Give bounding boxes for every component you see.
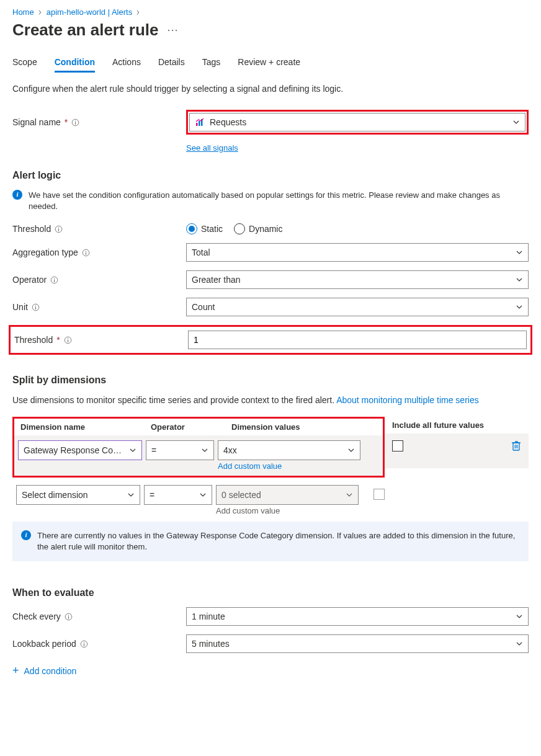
check-every-value: 1 minute [192, 611, 516, 621]
check-every-label: Check every [12, 611, 61, 621]
operator-label: Operator [12, 275, 47, 285]
dimension-operator-select[interactable]: = [146, 440, 214, 460]
dimensions-learn-more-link[interactable]: About monitoring multiple time series [336, 395, 479, 405]
signal-name-value: Requests [210, 117, 507, 127]
unit-label: Unit [12, 302, 28, 312]
dimension-operator-value: = [150, 490, 154, 500]
aggregation-type-value: Total [192, 247, 516, 257]
svg-point-10 [86, 251, 86, 251]
tab-details[interactable]: Details [158, 57, 185, 73]
signal-name-select[interactable]: Requests [189, 113, 525, 131]
threshold-static-radio[interactable]: Static [186, 223, 223, 234]
info-icon[interactable] [71, 118, 79, 127]
chevron-down-icon [127, 491, 135, 499]
dimension-operator-value: = [151, 445, 156, 455]
aggregation-type-label: Aggregation type [12, 247, 78, 257]
tab-scope[interactable]: Scope [12, 57, 37, 73]
aggregation-type-select[interactable]: Total [186, 243, 529, 262]
svg-rect-27 [68, 616, 69, 619]
threshold-static-label: Static [201, 224, 223, 234]
info-icon[interactable] [55, 225, 63, 233]
operator-select[interactable]: Greater than [186, 270, 529, 289]
tab-review-create[interactable]: Review + create [238, 57, 300, 73]
chevron-right-icon [38, 7, 43, 17]
svg-rect-11 [86, 252, 86, 255]
more-actions-button[interactable]: ··· [168, 24, 179, 37]
info-icon[interactable] [32, 303, 40, 311]
chevron-right-icon [136, 7, 141, 17]
svg-rect-4 [199, 121, 200, 126]
threshold-value-label: Threshold [14, 335, 53, 345]
unit-value: Count [192, 302, 516, 312]
col-include-future: Include all future values [385, 417, 529, 434]
tab-condition[interactable]: Condition [55, 57, 95, 73]
check-every-select[interactable]: 1 minute [186, 607, 529, 626]
unit-select[interactable]: Count [186, 298, 529, 316]
include-future-checkbox[interactable] [373, 489, 385, 500]
add-custom-value-link[interactable]: Add custom value [218, 461, 360, 471]
info-icon[interactable] [80, 640, 88, 648]
tabs: Scope Condition Actions Details Tags Rev… [12, 57, 529, 73]
include-future-checkbox[interactable] [392, 440, 403, 451]
required-marker: * [65, 117, 68, 127]
dimension-name-select[interactable]: Gateway Response Co… [18, 440, 142, 460]
dimension-name-value: Gateway Response Co… [24, 445, 122, 455]
dimension-values-placeholder: 0 selected [221, 490, 261, 500]
threshold-value-input[interactable] [188, 331, 527, 349]
tab-actions[interactable]: Actions [112, 57, 141, 73]
alert-logic-heading: Alert logic [12, 170, 529, 181]
threshold-dynamic-radio[interactable]: Dynamic [234, 223, 282, 234]
dimension-values-select[interactable]: 4xx [218, 440, 360, 460]
intro-text: Configure when the alert rule should tri… [12, 84, 529, 94]
chevron-down-icon [516, 276, 523, 283]
svg-point-13 [54, 278, 55, 278]
chevron-down-icon [199, 491, 207, 499]
lookback-period-select[interactable]: 5 minutes [186, 634, 529, 653]
info-icon[interactable] [64, 336, 72, 344]
threshold-dynamic-label: Dynamic [249, 224, 282, 234]
svg-rect-30 [84, 644, 84, 646]
chevron-down-icon [516, 640, 523, 647]
dimension-values-select[interactable]: 0 selected [216, 485, 359, 505]
add-condition-label: Add condition [24, 666, 77, 676]
page-title: Create an alert rule [12, 20, 159, 40]
add-condition-button[interactable]: + Add condition [12, 664, 529, 677]
chevron-down-icon [347, 447, 355, 454]
chevron-down-icon [346, 491, 353, 499]
delete-icon[interactable] [511, 440, 521, 451]
see-all-signals-link[interactable]: See all signals [186, 143, 238, 153]
lookback-period-value: 5 minutes [192, 639, 516, 649]
breadcrumb: Home apim-hello-world | Alerts [12, 7, 529, 17]
chevron-down-icon [129, 447, 136, 454]
col-dimension-values: Dimension values [231, 422, 377, 432]
threshold-type-label: Threshold [12, 224, 51, 234]
info-icon[interactable] [50, 276, 58, 284]
info-icon: i [12, 190, 22, 200]
breadcrumb-home[interactable]: Home [12, 7, 34, 17]
add-custom-value-link[interactable]: Add custom value [216, 506, 359, 515]
chevron-down-icon [516, 303, 523, 311]
svg-point-19 [68, 338, 68, 339]
breadcrumb-item[interactable]: apim-hello-world | Alerts [47, 7, 132, 17]
signal-name-label: Signal name [12, 117, 61, 127]
operator-value: Greater than [192, 275, 516, 285]
alert-logic-banner-text: We have set the condition configuration … [29, 190, 529, 212]
required-marker: * [56, 335, 60, 345]
info-icon: i [21, 530, 31, 540]
lookback-period-label: Lookback period [12, 639, 76, 649]
plus-icon: + [12, 664, 19, 677]
svg-rect-2 [75, 122, 76, 124]
dimension-name-select[interactable]: Select dimension [16, 485, 140, 505]
dimension-info-banner-text: There are currently no values in the Gat… [37, 530, 520, 553]
chevron-down-icon [516, 249, 523, 256]
dimension-operator-select[interactable]: = [144, 485, 212, 505]
svg-point-26 [68, 615, 69, 615]
info-icon[interactable] [82, 249, 90, 257]
svg-point-7 [58, 227, 59, 228]
col-operator: Operator [151, 422, 231, 432]
dimension-values-value: 4xx [223, 445, 237, 455]
chart-icon [195, 117, 205, 127]
info-icon[interactable] [65, 613, 73, 621]
tab-tags[interactable]: Tags [202, 57, 221, 73]
svg-rect-20 [68, 340, 68, 342]
